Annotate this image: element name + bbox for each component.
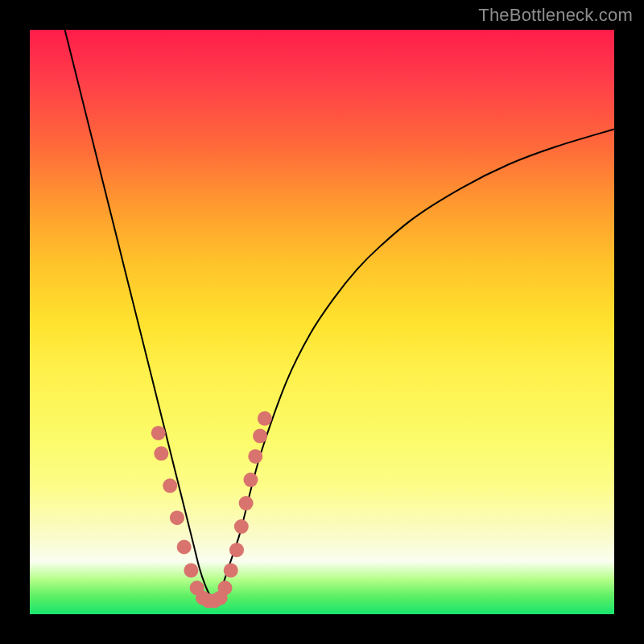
marker-group	[151, 411, 272, 609]
bottleneck-curve	[65, 30, 614, 598]
curve-marker	[177, 540, 192, 555]
curve-marker	[258, 411, 272, 426]
curve-marker	[151, 426, 166, 440]
curve-marker	[154, 446, 168, 460]
plot-area	[30, 30, 614, 614]
chart-frame: TheBottleneck.com	[0, 0, 644, 644]
curve-marker	[248, 449, 262, 464]
curve-group	[65, 30, 614, 598]
curve-marker	[243, 473, 258, 487]
curve-marker	[170, 510, 184, 525]
curve-marker	[224, 564, 238, 578]
curve-marker	[217, 580, 232, 595]
curve-marker	[253, 429, 267, 444]
curve-marker	[234, 519, 249, 534]
curve-marker	[184, 564, 198, 578]
curve-marker	[163, 478, 177, 493]
curve-marker	[229, 543, 244, 557]
watermark-label: TheBottleneck.com	[478, 5, 633, 26]
curve-marker	[239, 496, 254, 510]
curve-svg	[30, 30, 614, 614]
